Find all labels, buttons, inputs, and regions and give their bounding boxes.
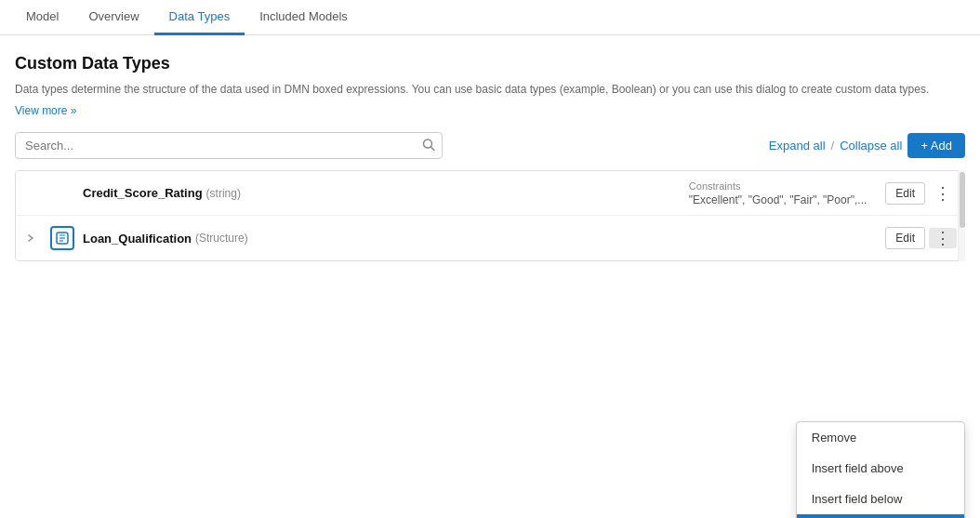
collapse-all-link[interactable]: Collapse all [840, 139, 902, 153]
edit-button-loan[interactable]: Edit [885, 227, 925, 249]
search-icon [422, 138, 435, 151]
data-types-table-wrapper: Credit_Score_Rating (string) Constraints… [15, 170, 965, 261]
search-actions-bar: Expand all / Collapse all + Add [15, 132, 965, 159]
type-kind: (string) [206, 187, 241, 200]
chevron-right-icon [27, 233, 34, 243]
page-title: Custom Data Types [15, 54, 965, 73]
tab-data-types[interactable]: Data Types [154, 0, 245, 35]
search-wrapper [15, 132, 443, 159]
context-menu-item-insert-above[interactable]: Insert field above [797, 453, 964, 484]
view-more-link[interactable]: View more » [15, 104, 76, 117]
context-menu-item-remove[interactable]: Remove [797, 422, 964, 453]
tab-overview[interactable]: Overview [73, 0, 153, 35]
scrollbar-track[interactable] [958, 170, 965, 261]
context-menu-item-insert-nested[interactable]: Insert nested field Ctrl + B [797, 514, 964, 518]
kebab-button-loan[interactable]: ⋮ [929, 228, 957, 248]
kebab-button-credit-score[interactable]: ⋮ [929, 183, 957, 204]
row-actions-col: Edit ⋮ [878, 171, 964, 215]
add-button[interactable]: + Add [907, 133, 965, 158]
constraints-col: Constraints "Excellent", "Good", "Fair",… [678, 171, 878, 215]
type-kind-loan: (Structure) [195, 232, 248, 245]
row-actions-col-loan: Edit ⋮ [878, 216, 964, 260]
tab-included-models[interactable]: Included Models [245, 0, 363, 35]
main-content: Custom Data Types Data types determine t… [0, 35, 980, 280]
context-menu-item-insert-below[interactable]: Insert field below [797, 484, 964, 514]
search-input[interactable] [15, 132, 443, 159]
context-menu-item-remove-label: Remove [812, 431, 856, 445]
expand-toggle-placeholder [16, 171, 46, 215]
context-menu: Remove Insert field above Insert field b… [796, 421, 965, 518]
nav-tabs: Model Overview Data Types Included Model… [0, 0, 980, 35]
context-menu-item-insert-below-label: Insert field below [812, 492, 903, 506]
tab-model[interactable]: Model [11, 0, 73, 35]
svg-line-1 [431, 147, 435, 151]
expand-all-link[interactable]: Expand all [769, 139, 826, 153]
context-menu-item-insert-above-label: Insert field above [812, 461, 904, 475]
expand-toggle-loan[interactable] [16, 216, 46, 260]
constraints-col-loan [692, 216, 878, 260]
edit-button-credit-score[interactable]: Edit [885, 182, 925, 205]
type-name-loan: Loan_Qualification [83, 232, 192, 246]
data-types-table: Credit_Score_Rating (string) Constraints… [15, 170, 965, 261]
page-description: Data types determine the structure of th… [15, 81, 965, 98]
row-main-col-loan: Loan_Qualification (Structure) [79, 216, 692, 260]
row-main-col: Credit_Score_Rating (string) [79, 171, 678, 215]
scrollbar-thumb [960, 172, 965, 228]
table-row: Loan_Qualification (Structure) Edit ⋮ [16, 216, 964, 260]
expand-collapse-separator: / [831, 139, 835, 153]
structure-icon [50, 226, 74, 250]
expand-collapse-area: Expand all / Collapse all + Add [769, 133, 965, 158]
constraints-value: "Excellent", "Good", "Fair", "Poor",... [689, 193, 867, 206]
type-name: Credit_Score_Rating [83, 186, 203, 200]
structure-icon-col [46, 216, 79, 260]
row-icon-col [46, 171, 79, 215]
constraints-label: Constraints [689, 180, 867, 192]
search-icon-button[interactable] [422, 138, 435, 153]
table-row: Credit_Score_Rating (string) Constraints… [16, 171, 964, 216]
